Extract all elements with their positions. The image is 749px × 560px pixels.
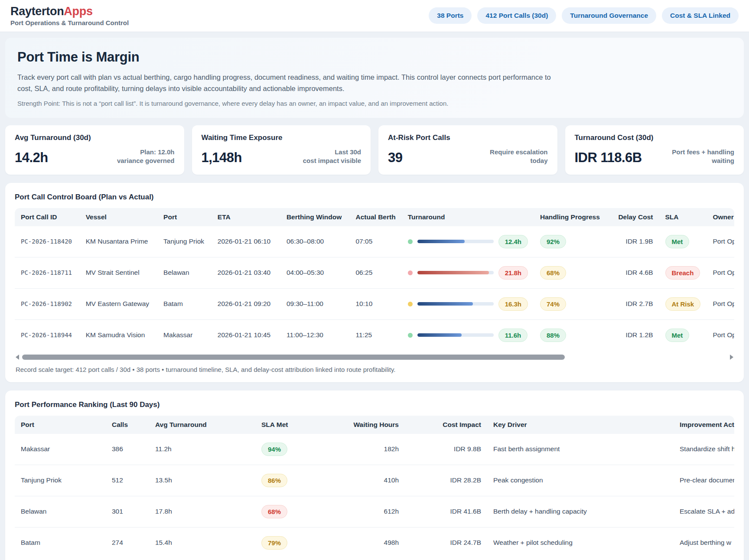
sla-met-pill: 94% xyxy=(261,443,287,456)
vessel-cell: KM Nusantara Prime xyxy=(80,226,157,257)
hero-description: Track every port call with plan vs actua… xyxy=(17,72,559,94)
waiting-hours-cell: 410h xyxy=(346,465,405,496)
col-calls: Calls xyxy=(106,416,149,434)
status-dot xyxy=(408,333,413,338)
handling-progress-pill: 74% xyxy=(540,297,566,311)
turnaround-bar-fill xyxy=(417,302,473,306)
eta-cell: 2026-01-21 06:10 xyxy=(212,226,280,257)
col-port: Port xyxy=(157,208,212,226)
kpi-value: 1,148h xyxy=(202,150,242,166)
waiting-hours-cell: 612h xyxy=(346,496,405,527)
eta-cell: 2026-01-21 10:45 xyxy=(212,319,280,351)
control-board-table: Port Call ID Vessel Port ETA Berthing Wi… xyxy=(15,208,734,351)
kpi-title: Waiting Time Exposure xyxy=(202,133,361,142)
sla-badge: Met xyxy=(665,329,690,342)
berthing-window-cell: 09:30–11:00 xyxy=(280,288,350,319)
col-waiting-hours: Waiting Hours xyxy=(346,416,405,434)
calls-cell: 512 xyxy=(106,465,149,496)
owner-cell: Port Ops xyxy=(707,319,734,351)
section-title: Port Performance Ranking (Last 90 Days) xyxy=(15,400,734,409)
improvement-action-cell: Adjust berthing w xyxy=(674,527,734,558)
scroll-right-icon[interactable] xyxy=(730,355,733,360)
table-header-row: Port Calls Avg Turnaround SLA Met Waitin… xyxy=(15,416,734,434)
handling-progress-cell: 68% xyxy=(534,257,608,288)
berthing-window-cell: 11:00–12:30 xyxy=(280,319,350,351)
table-row: Makassar 386 11.2h 94% 182h IDR 9.8B Fas… xyxy=(15,434,734,465)
port-call-id: PC-2026-118420 xyxy=(15,226,80,257)
control-board-footnote: Record scale target: 412 port calls / 30… xyxy=(16,366,734,373)
owner-cell: Port Ops xyxy=(707,288,734,319)
turnaround-cell: 12.4h xyxy=(402,226,534,257)
hero-panel: Port Time is Margin Track every port cal… xyxy=(5,38,744,118)
port-cell: Makassar xyxy=(15,434,106,465)
page-title: Port Time is Margin xyxy=(17,49,732,65)
kpi-waiting-time: Waiting Time Exposure 1,148h Last 30dcos… xyxy=(192,125,371,175)
horizontal-scrollbar[interactable] xyxy=(15,355,734,360)
actual-berth-cell: 06:25 xyxy=(349,257,401,288)
turnaround-cell: 21.8h xyxy=(402,257,534,288)
turnaround-bar-fill xyxy=(417,240,465,243)
port-cell: Tanjung Priok xyxy=(157,226,212,257)
avg-turnaround-cell: 17.8h xyxy=(149,496,255,527)
turnaround-bar xyxy=(417,240,494,243)
header-badges: 38 Ports 412 Port Calls (30d) Turnaround… xyxy=(429,7,739,24)
col-vessel: Vessel xyxy=(80,208,157,226)
col-improvement-action: Improvement Act xyxy=(674,416,734,434)
col-delay-cost: Delay Cost xyxy=(608,208,659,226)
sla-met-cell: 86% xyxy=(255,465,346,496)
handling-progress-pill: 88% xyxy=(540,329,566,342)
badge-governance: Turnaround Governance xyxy=(562,7,656,24)
port-cell: Tanjung Priok xyxy=(15,465,106,496)
kpi-note: Port fees + handlingwaiting xyxy=(672,148,734,166)
scroll-left-icon[interactable] xyxy=(16,355,19,360)
kpi-at-risk-calls: At-Risk Port Calls 39 Require escalation… xyxy=(378,125,557,175)
kpi-avg-turnaround: Avg Turnaround (30d) 14.2h Plan: 12.0hva… xyxy=(5,125,184,175)
sla-cell: Breach xyxy=(659,257,707,288)
scrollbar-thumb[interactable] xyxy=(22,355,565,360)
key-driver-cell: Fast berth assignment xyxy=(487,434,674,465)
calls-cell: 386 xyxy=(106,434,149,465)
kpi-row: Avg Turnaround (30d) 14.2h Plan: 12.0hva… xyxy=(5,125,744,175)
table-row: Belawan 301 17.8h 68% 612h IDR 41.6B Ber… xyxy=(15,496,734,527)
port-cell: Belawan xyxy=(15,496,106,527)
scrollbar-track[interactable] xyxy=(22,355,727,360)
actual-berth-cell: 10:10 xyxy=(349,288,401,319)
col-port-call-id: Port Call ID xyxy=(15,208,80,226)
sla-badge: Met xyxy=(665,235,690,248)
turnaround-hours-pill: 16.3h xyxy=(498,297,528,311)
waiting-hours-cell: 182h xyxy=(346,434,405,465)
badge-ports: 38 Ports xyxy=(429,7,472,24)
status-dot xyxy=(408,270,413,275)
col-cost-impact: Cost Impact xyxy=(405,416,487,434)
status-dot xyxy=(408,302,413,306)
sla-met-pill: 68% xyxy=(261,505,287,518)
col-handling-progress: Handling Progress xyxy=(534,208,608,226)
sla-met-cell: 68% xyxy=(255,496,346,527)
calls-cell: 274 xyxy=(106,527,149,558)
key-driver-cell: Weather + pilot scheduling xyxy=(487,527,674,558)
berthing-window-cell: 06:30–08:00 xyxy=(280,226,350,257)
cost-impact-cell: IDR 9.8B xyxy=(405,434,487,465)
turnaround-bar xyxy=(417,271,494,274)
vessel-cell: MV Eastern Gateway xyxy=(80,288,157,319)
port-call-id: PC-2026-118944 xyxy=(15,319,80,351)
col-actual-berth: Actual Berth xyxy=(349,208,401,226)
turnaround-hours-pill: 12.4h xyxy=(498,235,528,248)
actual-berth-cell: 07:05 xyxy=(349,226,401,257)
port-cell: Makassar xyxy=(157,319,212,351)
avg-turnaround-cell: 13.5h xyxy=(149,465,255,496)
col-eta: ETA xyxy=(212,208,280,226)
delay-cost-cell: IDR 1.2B xyxy=(608,319,659,351)
port-cell: Belawan xyxy=(157,257,212,288)
kpi-note: Require escalationtoday xyxy=(490,148,547,166)
kpi-note: Plan: 12.0hvariance governed xyxy=(117,148,175,166)
turnaround-cell: 16.3h xyxy=(402,288,534,319)
waiting-hours-cell: 498h xyxy=(346,527,405,558)
table-row: Batam 274 15.4h 79% 498h IDR 24.7B Weath… xyxy=(15,527,734,558)
handling-progress-cell: 88% xyxy=(534,319,608,351)
port-call-id: PC-2026-118711 xyxy=(15,257,80,288)
section-title: Port Call Control Board (Plan vs Actual) xyxy=(15,193,734,202)
calls-cell: 301 xyxy=(106,496,149,527)
cost-impact-cell: IDR 24.7B xyxy=(405,527,487,558)
handling-progress-pill: 92% xyxy=(540,235,566,248)
